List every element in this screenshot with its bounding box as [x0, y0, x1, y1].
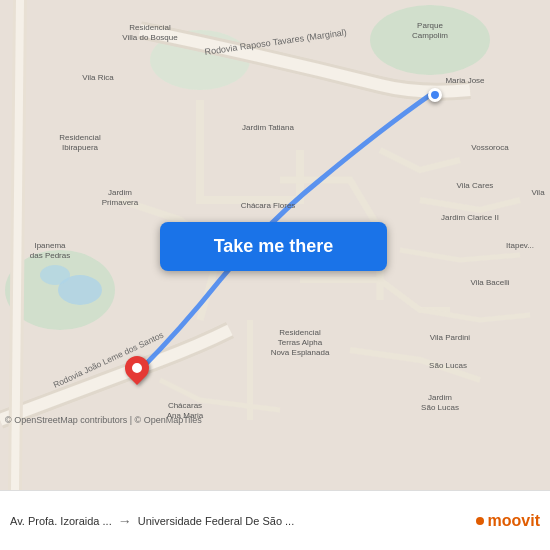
origin-marker	[428, 88, 442, 102]
svg-text:Chácara Flores: Chácara Flores	[241, 201, 296, 210]
svg-text:das Pedras: das Pedras	[30, 251, 70, 260]
svg-text:Vila Rica: Vila Rica	[82, 73, 114, 82]
svg-text:Parque: Parque	[417, 21, 443, 30]
svg-text:Campolim: Campolim	[412, 31, 448, 40]
svg-text:Vila Pardini: Vila Pardini	[430, 333, 471, 342]
svg-text:Itapev...: Itapev...	[506, 241, 534, 250]
svg-text:Primavera: Primavera	[102, 198, 139, 207]
svg-text:Jardim Tatiana: Jardim Tatiana	[242, 123, 294, 132]
svg-text:Residencial: Residencial	[279, 328, 321, 337]
svg-text:Terras Alpha: Terras Alpha	[278, 338, 323, 347]
route-to: Universidade Federal De São ...	[138, 515, 295, 527]
svg-text:São Lucas: São Lucas	[429, 361, 467, 370]
route-arrow: →	[118, 513, 132, 529]
svg-text:Jardim: Jardim	[108, 188, 132, 197]
take-me-there-button[interactable]: Take me there	[160, 222, 387, 271]
moovit-dot	[476, 517, 484, 525]
svg-text:São Lucas: São Lucas	[421, 403, 459, 412]
svg-text:Vila Bacelli: Vila Bacelli	[471, 278, 510, 287]
svg-text:Vila: Vila	[531, 188, 545, 197]
svg-text:Residencial: Residencial	[129, 23, 171, 32]
svg-text:Jardim: Jardim	[428, 393, 452, 402]
moovit-logo: moovit	[476, 512, 540, 530]
svg-text:Villa do Bosque: Villa do Bosque	[122, 33, 178, 42]
map-container: Rodovia Raposo Tavares (Marginal) Rodovi…	[0, 0, 550, 490]
svg-text:Vossoroca: Vossoroca	[471, 143, 509, 152]
route-from: Av. Profa. Izoraida ...	[10, 515, 112, 527]
svg-text:Ibirapuera: Ibirapuera	[62, 143, 99, 152]
svg-point-2	[370, 5, 490, 75]
copyright-text: © OpenStreetMap contributors | © OpenMap…	[5, 415, 202, 425]
svg-text:Residencial: Residencial	[59, 133, 101, 142]
svg-text:Vila Cares: Vila Cares	[457, 181, 494, 190]
moovit-brand-name: moovit	[488, 512, 540, 530]
svg-text:Nova Esplanada: Nova Esplanada	[271, 348, 330, 357]
bottom-bar: Av. Profa. Izoraida ... → Universidade F…	[0, 490, 550, 550]
svg-text:Ipanema: Ipanema	[34, 241, 66, 250]
svg-text:Maria Jose: Maria Jose	[445, 76, 485, 85]
svg-text:Jardim Clarice II: Jardim Clarice II	[441, 213, 499, 222]
destination-marker	[122, 356, 152, 394]
route-info: Av. Profa. Izoraida ... → Universidade F…	[10, 513, 468, 529]
svg-text:Chácaras: Chácaras	[168, 401, 202, 410]
svg-point-5	[40, 265, 70, 285]
